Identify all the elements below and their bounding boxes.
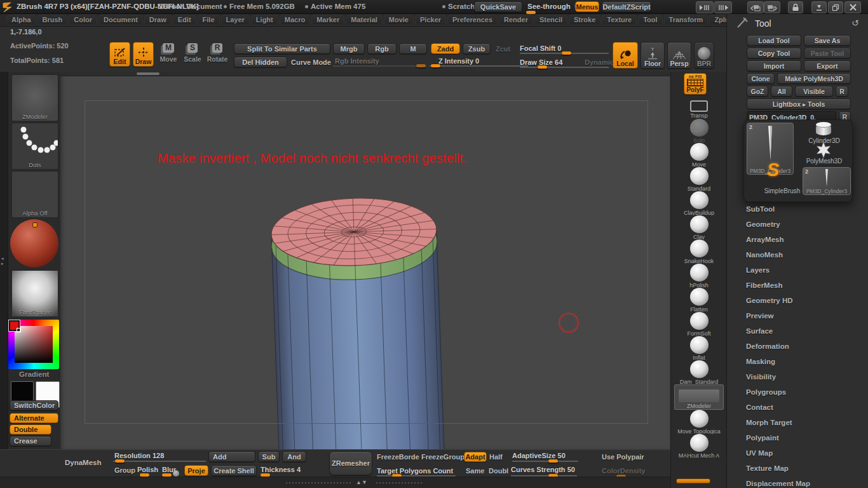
dynamesh-add-button[interactable]: Add: [208, 451, 255, 462]
scrollbar-thumb[interactable]: [137, 72, 159, 75]
lightbox-tools-button[interactable]: Lightbox ▸ Tools: [747, 98, 851, 109]
subpalette-header[interactable]: Masking: [727, 354, 868, 369]
menus-button[interactable]: Menus: [575, 1, 599, 12]
menu-item[interactable]: Material: [346, 15, 383, 25]
resolution-slider-track[interactable]: [113, 461, 206, 462]
crease-button[interactable]: Crease: [10, 436, 51, 446]
document-canvas[interactable]: Maske invertiert , Model noch nicht senk…: [60, 72, 670, 449]
clone-button[interactable]: Clone: [747, 73, 775, 84]
menu-item[interactable]: Brush: [37, 15, 68, 25]
brush-item[interactable]: MAHcut Mech A: [672, 434, 726, 458]
use-polypaint-button[interactable]: Use Polypair: [602, 453, 644, 461]
paste-tool-button[interactable]: Paste Tool: [804, 48, 851, 58]
tray-slider-thumb[interactable]: [676, 478, 710, 484]
focal-shift-slider-thumb[interactable]: [562, 51, 571, 55]
play-forward-icon[interactable]: [714, 1, 732, 13]
resolution-slider-thumb[interactable]: [115, 459, 125, 463]
current-alpha-thumbnail[interactable]: Alpha Off: [11, 171, 58, 218]
brush-item[interactable]: Inflat: [672, 336, 726, 360]
rotate-button[interactable]: R Rotate: [205, 43, 230, 64]
play-backward-icon[interactable]: [696, 1, 714, 13]
close-icon[interactable]: [844, 1, 861, 13]
current-brush-thumbnail[interactable]: ZModeler: [11, 74, 58, 121]
menu-item[interactable]: Draw: [144, 15, 172, 25]
brush-item[interactable]: Clay: [672, 215, 726, 240]
zadd-button[interactable]: Zadd: [431, 43, 460, 54]
rgb-intensity-slider-thumb[interactable]: [416, 64, 426, 67]
menu-item[interactable]: Tool: [638, 15, 662, 25]
switch-color-button[interactable]: SwitchColor: [10, 400, 58, 410]
split-to-similar-parts-button[interactable]: Split To Similar Parts: [234, 43, 330, 54]
polyframe-button[interactable]: ne Fill PolyF: [684, 73, 707, 95]
default-zscript-button[interactable]: DefaultZScript: [602, 1, 651, 12]
gradient-label[interactable]: Gradient: [19, 370, 49, 378]
subpalette-header[interactable]: Preview: [727, 308, 868, 323]
left-tray-divider[interactable]: ◂▸: [0, 72, 8, 449]
tray-collapse-icon[interactable]: ◂▸: [1, 256, 4, 266]
menu-item[interactable]: Light: [251, 15, 278, 25]
restore-configuration-icon[interactable]: ↺: [851, 18, 859, 28]
current-stroke-thumbnail[interactable]: Dots: [11, 123, 58, 170]
polish-slider-label[interactable]: Polish: [137, 466, 158, 473]
subpalette-header[interactable]: Geometry: [727, 217, 868, 232]
subpalette-header[interactable]: ArrayMesh: [727, 232, 868, 247]
zsub-button[interactable]: Zsub: [463, 43, 491, 54]
edit-button[interactable]: Edit: [109, 42, 130, 67]
menu-item[interactable]: Edit: [173, 15, 196, 25]
menu-item[interactable]: Stencil: [534, 15, 567, 25]
menu-item[interactable]: Render: [499, 15, 533, 25]
polymesh3d-star-icon[interactable]: [815, 142, 832, 159]
draw-size-slider-thumb[interactable]: [538, 65, 547, 69]
tray-expand-icon[interactable]: ▲▼: [356, 479, 367, 485]
simplebrush-icon[interactable]: S: [767, 159, 779, 180]
brush-item[interactable]: Solo: [672, 119, 726, 143]
draw-button[interactable]: Draw: [133, 42, 154, 67]
del-hidden-button[interactable]: Del Hidden: [234, 57, 287, 67]
subpalette-header[interactable]: Texture Map: [727, 461, 868, 476]
goz-visible-button[interactable]: Visible: [795, 86, 833, 97]
brush-item[interactable]: Move: [672, 143, 726, 167]
brush-item[interactable]: Move Topologica: [672, 410, 726, 434]
subpalette-header[interactable]: Visibility: [727, 369, 868, 384]
save-as-button[interactable]: Save As: [804, 35, 851, 46]
subpalette-header[interactable]: NanoMesh: [727, 247, 868, 262]
paste-document-icon[interactable]: [764, 1, 780, 13]
dynamesh-sub-button[interactable]: Sub: [258, 451, 280, 462]
menu-item[interactable]: Layer: [221, 15, 250, 25]
zcut-button[interactable]: Zcut: [496, 45, 510, 53]
alternate-button[interactable]: Alternate: [10, 413, 58, 423]
subpalette-header[interactable]: SubTool: [727, 201, 868, 217]
subpalette-header[interactable]: Geometry HD: [727, 293, 868, 308]
z-intensity-slider-thumb[interactable]: [431, 64, 440, 67]
subpalette-header[interactable]: Morph Target: [727, 415, 868, 430]
copy-document-icon[interactable]: [747, 1, 764, 13]
z-intensity-slider-label[interactable]: Z Intensity 0: [438, 57, 479, 65]
menu-item[interactable]: Color: [69, 15, 97, 25]
scale-button[interactable]: S Scale: [182, 43, 203, 64]
subpalette-header[interactable]: FiberMesh: [727, 278, 868, 293]
menu-item[interactable]: Preferences: [447, 15, 498, 25]
menu-item[interactable]: Marker: [311, 15, 344, 25]
mrgb-button[interactable]: Mrgb: [333, 43, 365, 54]
menu-item[interactable]: Macro: [280, 15, 310, 25]
curves-strength-slider-label[interactable]: Curves Strength 50: [511, 466, 575, 473]
move-button[interactable]: M Move: [158, 43, 179, 64]
color-density-slider-label[interactable]: ColorDensity: [602, 467, 645, 475]
brush-item[interactable]: hPolish: [672, 264, 726, 288]
brush-item[interactable]: Transp: [672, 97, 726, 119]
blur-knob-icon[interactable]: [173, 470, 179, 477]
freeze-border-button[interactable]: FreezeBorde: [377, 453, 419, 461]
lock-icon[interactable]: [788, 1, 803, 13]
import-button[interactable]: Import: [747, 60, 801, 71]
brush-item[interactable]: FormSoft: [672, 312, 726, 336]
project-button[interactable]: Proje: [184, 465, 208, 476]
zremesher-button[interactable]: ZRemesher: [329, 451, 372, 475]
export-button[interactable]: Export: [804, 60, 851, 71]
cylinder3d-icon[interactable]: [814, 121, 833, 137]
adaptive-size-slider-track[interactable]: [512, 461, 578, 462]
thickness-slider-label[interactable]: Thickness 4: [261, 466, 301, 473]
subpalette-header[interactable]: Polypaint: [727, 430, 868, 445]
adapt-button[interactable]: Adapt: [464, 452, 487, 462]
menu-item[interactable]: Stroke: [569, 15, 600, 25]
quicksave-button[interactable]: QuickSave: [474, 1, 522, 12]
